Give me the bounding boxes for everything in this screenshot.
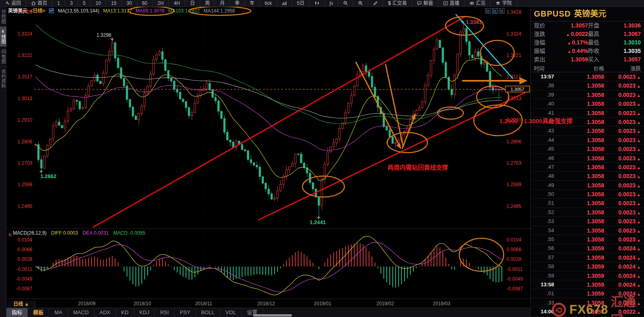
current-price-tag: 1.3057 <box>511 87 524 92</box>
up-arrow-icon: ▲ <box>637 174 641 179</box>
indicator-tab-ma[interactable]: MA <box>49 308 68 317</box>
tick-price: 1.3058 <box>560 208 604 218</box>
toolbar-item-15[interactable]: 15 <box>106 0 121 6</box>
tick-price: 1.3058 <box>560 154 604 164</box>
tick-time: .59 <box>534 271 560 281</box>
sidebar-tab-kline[interactable]: K线图 <box>0 27 6 47</box>
toolbar-item-dollar[interactable]: $汇交易 <box>383 0 412 6</box>
toolbar-item-3[interactable]: 3 <box>65 0 78 6</box>
tick-time: .57 <box>534 253 560 263</box>
toolbar-item-季[interactable]: 季 <box>230 0 245 6</box>
tick-row: .521.30580.0023▲ <box>531 208 644 217</box>
quote-label: 买入 <box>588 55 613 64</box>
sidebar-tab-contract-info[interactable]: 合约资料 <box>0 67 6 91</box>
macd-settings-icon[interactable] <box>8 231 12 236</box>
indicator-tab-vol[interactable]: VOL <box>220 308 242 317</box>
tick-time: .38 <box>534 81 560 91</box>
toolbar-item-fx[interactable]: fx <box>325 0 338 6</box>
up-arrow-icon: ▲ <box>637 265 641 269</box>
candlestick-chart[interactable]: 1.34281.34281.33241.33241.32211.32211.31… <box>6 7 530 317</box>
indicator-tab-kd[interactable]: KD <box>116 308 134 317</box>
quote-label: 涨幅 <box>534 38 555 47</box>
toolbar-item-link[interactable]: 汇见 <box>465 0 491 6</box>
toolbar-item-10[interactable]: 10 <box>91 0 106 6</box>
macd-axis-label: -0.0011 <box>16 267 32 272</box>
toolbar-item-月[interactable]: 月 <box>215 0 230 6</box>
tick-time: .44 <box>534 136 560 145</box>
toolbar-item-年[interactable]: 年 <box>245 0 260 6</box>
toolbar-item-chat[interactable]: 解盘 <box>412 0 438 6</box>
indicator-tab-kdj[interactable]: KDJ <box>134 308 155 317</box>
quote-panel: GBPUSD英镑美元 现价1.3057开盘1.3036涨跌▲0.0022最高1.… <box>530 7 644 317</box>
toolbar-item-live[interactable]: 直播 <box>438 0 465 6</box>
up-arrow-icon: ▲ <box>637 120 641 125</box>
toolbar-item-draw[interactable] <box>368 0 383 6</box>
up-arrow-icon: ▲ <box>566 32 570 37</box>
toolbar-item-30[interactable]: 30 <box>122 0 137 6</box>
macd-axis-label: 0.0066 <box>17 247 32 252</box>
tick-price: 1.3059 <box>560 271 604 281</box>
sidebar-tab-flash[interactable]: 闪电图 <box>0 47 6 67</box>
indicator-tab-macd[interactable]: MACD <box>68 308 94 317</box>
toolbar-item-zoom-in[interactable] <box>353 0 368 6</box>
tick-row: 13:581.30590.0024▲ <box>531 280 644 289</box>
toolbar-item-周[interactable]: 周 <box>200 0 215 6</box>
up-arrow-icon: ▲ <box>637 184 641 188</box>
indicator-tab-adx[interactable]: ADX <box>94 308 116 317</box>
tick-row: .401.30580.0023▲ <box>531 99 644 108</box>
tick-change: 0.0024▲ <box>604 253 641 263</box>
quote-row: 卖出1.3059买入1.3057 <box>531 55 644 64</box>
up-arrow-icon: ▲ <box>637 229 641 233</box>
indicator-tab-模板[interactable]: 模板 <box>28 308 49 317</box>
toolbar-item-5[interactable]: 5 <box>78 0 91 6</box>
tick-price: 1.3059 <box>560 253 604 263</box>
toolbar-item-back[interactable]: 返回 <box>0 0 26 6</box>
macd-axis-label: 0.0066 <box>506 247 521 252</box>
indicator-tab-rsi[interactable]: RSI <box>155 308 175 317</box>
macd-axis-label: 0.0104 <box>506 237 521 243</box>
toolbar-item-5日[interactable]: 5日 <box>292 0 310 6</box>
quote-value: 1.3057 <box>613 55 641 64</box>
toolbar-item-zoom-out[interactable] <box>338 0 353 6</box>
toolbar-item-bar-chart[interactable] <box>277 0 292 6</box>
month-axis-label: 2018/12 <box>257 301 275 307</box>
quote-label: 开盘 <box>588 21 613 30</box>
price-axis-label: 1.3428 <box>506 9 521 15</box>
tick-time: 13:57 <box>534 72 560 82</box>
indicator-tab-psy[interactable]: PSY <box>175 308 196 317</box>
scale-auto-icon[interactable] <box>492 8 498 14</box>
price-axis-label: 1.3324 <box>506 31 521 37</box>
scale-left-icon[interactable] <box>485 8 491 14</box>
toolbar-item-2H[interactable]: 2H <box>153 0 169 6</box>
tick-price: 1.3058 <box>560 190 604 199</box>
toolbar-item-60[interactable]: 60 <box>137 0 152 6</box>
macd-axis-label: -0.0049 <box>506 276 523 282</box>
tick-change: 0.0023▲ <box>604 172 641 181</box>
up-arrow-icon: ▲ <box>637 202 641 206</box>
toolbar-item-4H[interactable]: 4H <box>169 0 185 6</box>
tick-row: .571.30590.0024▲ <box>531 253 644 262</box>
indicator-tab-boll[interactable]: BOLL <box>196 308 220 317</box>
period-selector[interactable]: 日线 ▲ <box>7 301 35 308</box>
sidebar-tab-time-share[interactable]: 分时图 <box>0 7 6 27</box>
toolbar-item-candlestick[interactable] <box>310 0 325 6</box>
toolbar-label: 3 <box>70 0 73 6</box>
toolbar-item-1[interactable]: 1 <box>52 0 65 6</box>
toolbar-item-school[interactable]: 学院 <box>491 0 517 6</box>
toolbar-label: 直播 <box>450 0 459 6</box>
tick-time: .52 <box>534 208 560 218</box>
tick-price: 1.3058 <box>560 217 604 227</box>
bottom-scroll-pill[interactable] <box>253 314 292 317</box>
up-arrow-icon: ▲ <box>637 166 641 170</box>
period-selector-label: 日线 <box>13 301 23 307</box>
toolbar-item-tick[interactable]: tick <box>260 0 277 6</box>
tick-time: .43 <box>534 126 560 136</box>
watermark-brand: FX678 <box>569 302 608 317</box>
price-axis-label: 1.3221 <box>17 52 32 58</box>
toolbar-item-home[interactable]: 首页 <box>26 0 52 6</box>
indicator-tab-指标[interactable]: 指标 <box>6 308 28 317</box>
tick-time: .39 <box>534 90 560 100</box>
toolbar-item-日[interactable]: 日 <box>185 0 200 6</box>
tick-column-header: 涨跌 <box>604 65 641 72</box>
scale-right-icon[interactable] <box>499 8 504 14</box>
